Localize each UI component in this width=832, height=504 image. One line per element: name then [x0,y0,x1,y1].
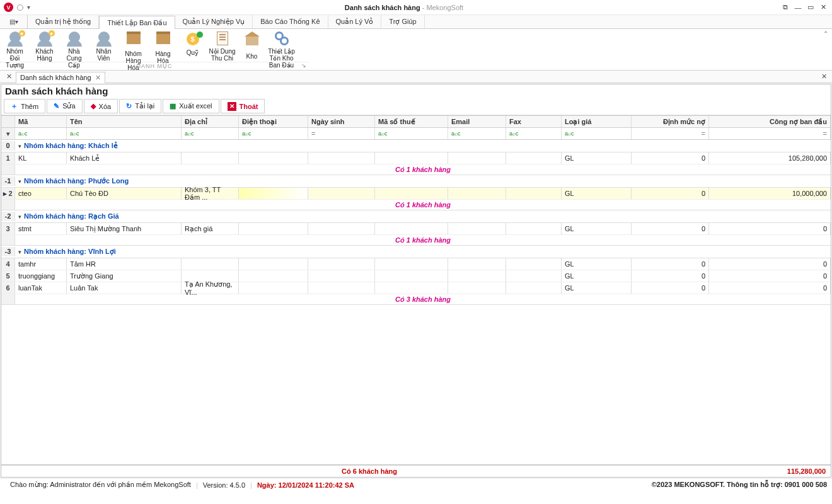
tabs-overflow-close-icon[interactable]: ✕ [816,72,832,81]
doc-icon [214,32,231,47]
menu-tab[interactable]: Quản Lý Vỏ [328,15,382,28]
menu-tab[interactable]: Quản Lý Nghiệp Vụ [175,15,253,28]
minimize-icon[interactable]: — [793,4,803,11]
menu-tab[interactable]: Quản trị hệ thống [28,15,99,28]
restore-down-icon[interactable]: ⧉ [780,3,790,11]
gears-icon [273,32,291,47]
plus-icon: ＋ [11,101,18,111]
grand-summary: Có 6 khách hàng [15,466,724,477]
eraser-icon: ◆ [91,102,96,110]
export-excel-button[interactable]: ▦Xuất excel [163,99,219,113]
box-icon [125,34,142,49]
ribbon-group-label: DANH MỤC [0,62,309,69]
document-tab-label: Danh sách khách hàng [20,74,91,81]
status-copyright: ©2023 MEKONGSOFT. Thông tin hỗ trợ: 0901… [652,481,827,489]
app-logo-icon: V [4,3,13,12]
ribbon-collapse-icon[interactable]: ⌃ [823,30,828,37]
exit-icon: ✕ [228,102,236,111]
delete-button[interactable]: ◆Xóa [84,99,118,113]
ribbon-label: Khách Hàng [31,48,58,62]
menu-tab[interactable]: Thiết Lập Ban Đầu [99,16,175,29]
status-welcome: Chào mừng: Administrator đến với phần mề… [5,481,196,489]
ribbon-label: Nội Dung Thu Chi [209,48,236,62]
edit-button[interactable]: ✎Sửa [47,99,82,113]
reload-icon: ↻ [126,102,132,110]
person-icon: ★ [36,32,54,47]
add-button[interactable]: ＋Thêm [4,99,45,113]
person-icon [95,32,113,47]
person-icon: ★ [6,32,24,47]
group-header[interactable]: 0▾ Nhóm khách hàng: Khách lẻ [1,140,831,152]
ribbon: ★Nhóm Đối Tượng★Khách HàngNhà Cung CấpNh… [0,29,832,71]
ribbon-label: Nhân Viên [90,48,117,62]
group-summary: Có 1 khách hàng [1,235,831,246]
collapse-icon[interactable]: ▾ [18,143,21,149]
document-tab-close-icon[interactable]: ✕ [95,74,101,82]
reload-button[interactable]: ↻Tải lại [119,99,161,113]
close-icon[interactable]: ✕ [818,3,828,11]
person-icon [66,32,83,47]
group-summary: Có 1 khách hàng [1,164,831,175]
page-title: Danh sách khách hàng [1,84,831,98]
menu-tab[interactable]: Trợ Giúp [381,15,424,28]
window-title: Danh sách khách hàng - MekongSoft [30,4,778,11]
table-row[interactable]: 1KLKhách LẻGL0105,280,000 [1,152,831,164]
table-row[interactable]: 2cteoChú Tèo ĐDKhóm 3, TT Đầm ...GL010,0… [1,188,831,200]
collapse-icon[interactable]: ▾ [18,214,21,220]
group-header[interactable]: -2▾ Nhóm khách hàng: Rạch Giá [1,210,831,223]
ribbon-more-icon[interactable]: ↘ [301,62,306,69]
ribbon-label: Quỹ [179,49,206,56]
group-header[interactable]: -1▾ Nhóm khách hàng: Phước Long [1,175,831,188]
status-date: Ngày: 12/01/2024 11:20:42 SA [252,481,359,489]
table-row[interactable]: 5truonggiangTrường GiangGL00 [1,270,831,282]
grand-total: 115,280,000 [724,466,831,477]
close-all-tabs-button[interactable]: ✕ [3,72,16,81]
collapse-icon[interactable]: ▾ [18,249,21,255]
table-filter-row[interactable]: ▾ a⌕c a⌕c a⌕c a⌕c = a⌕c a⌕c a⌕c a⌕c = = [1,128,831,140]
box-icon [154,34,172,49]
status-version: Version: 4.5.0 [198,481,250,489]
view-switch-button[interactable]: ▤▾ [0,15,28,28]
coin-icon [184,33,202,48]
menu-bar: ▤▾ Quản trị hệ thốngThiết Lập Ban ĐầuQuả… [0,15,832,29]
group-summary: Có 1 khách hàng [1,200,831,210]
maximize-icon[interactable]: ▭ [806,3,816,11]
table-row[interactable]: 4tamhrTâm HRGL00 [1,258,831,270]
quick-access-icon[interactable] [17,4,23,11]
group-summary: Có 3 khách hàng [1,294,831,305]
table-row[interactable]: 3stmtSiêu Thị Mường ThanhRạch giáGL00 [1,223,831,235]
house-icon [243,37,261,52]
exit-button[interactable]: ✕Thoát [221,99,265,113]
ribbon-label: Kho [238,53,265,60]
table-row[interactable]: 6luanTakLuân TakTạ An Khương, Vĩ...GL00 [1,282,831,294]
table-header: Mã Tên Địa chỉ Điện thoại Ngày sinh Mã s… [1,115,831,128]
excel-icon: ▦ [170,102,176,110]
group-header[interactable]: -3▾ Nhóm khách hàng: Vĩnh Lợi [1,246,831,258]
pencil-icon: ✎ [54,102,59,110]
menu-tab[interactable]: Báo Cáo Thống Kê [253,15,328,28]
collapse-icon[interactable]: ▾ [18,178,21,185]
document-tab[interactable]: Danh sách khách hàng ✕ [16,72,105,83]
